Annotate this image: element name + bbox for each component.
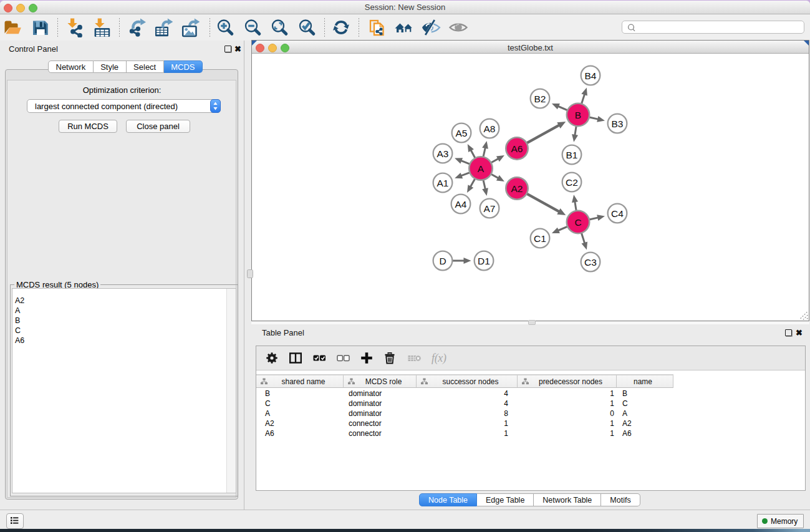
unselect-all-columns-icon[interactable] (335, 351, 350, 365)
mcds-result-group: MCDS result (5 nodes) A2ABCA6 (10, 284, 238, 496)
select-all-columns-icon[interactable] (312, 351, 327, 365)
save-session-icon[interactable] (30, 17, 50, 37)
mcds-result-item[interactable]: C (12, 326, 236, 336)
list-icon (7, 514, 22, 527)
mcds-result-list[interactable]: A2ABCA6 (12, 288, 236, 493)
graph-edge-A-A1[interactable] (461, 172, 471, 176)
graph-edge-B-B2[interactable] (557, 106, 568, 110)
frame-corner-right-icon[interactable] (804, 41, 809, 46)
delete-table-icon[interactable] (407, 351, 422, 365)
toolbar-separator (57, 18, 58, 37)
open-file-icon[interactable] (2, 17, 22, 37)
tab-network-table[interactable]: Network Table (534, 493, 601, 506)
show-column-icon[interactable] (288, 351, 303, 365)
function-builder-icon[interactable]: f(x) (432, 351, 446, 365)
table-cell: 1 (417, 428, 518, 438)
window-title: Session: New Session (0, 2, 810, 12)
show-all-networks-icon[interactable] (394, 17, 414, 37)
column-header-name[interactable]: name (617, 375, 673, 388)
column-header-shared-name[interactable]: shared name (256, 375, 344, 388)
memory-label: Memory (771, 517, 798, 526)
memory-button[interactable]: Memory (757, 514, 804, 528)
vertical-splitter-handle[interactable] (247, 269, 253, 278)
tab-edge-table[interactable]: Edge Table (477, 493, 534, 506)
tab-motifs[interactable]: Motifs (601, 493, 640, 506)
graph-edge-A-A8[interactable] (483, 147, 486, 158)
table-float-panel-icon[interactable] (785, 329, 792, 336)
graph-edge-B-B3[interactable] (589, 117, 599, 120)
import-table-icon[interactable] (93, 17, 113, 37)
resize-grip-icon[interactable] (799, 312, 808, 320)
graph-edge-A-A2[interactable] (491, 174, 499, 178)
hide-details-icon[interactable] (421, 17, 441, 37)
tab-style[interactable]: Style (94, 60, 127, 73)
column-type-icon (348, 378, 355, 385)
horizontal-splitter-handle[interactable] (528, 320, 536, 325)
show-details-icon[interactable] (448, 17, 468, 37)
column-header-successor-nodes[interactable]: successor nodes (417, 375, 518, 388)
mcds-result-item[interactable]: A (12, 306, 236, 316)
zoom-out-icon[interactable] (243, 17, 263, 37)
column-header-MCDS-role[interactable]: MCDS role (344, 375, 417, 388)
window-titlebar[interactable]: Session: New Session (0, 1, 810, 14)
import-network-icon[interactable] (65, 17, 85, 37)
dropdown-stepper-icon (210, 99, 221, 113)
graph-edge-A-A5[interactable] (471, 150, 476, 158)
graph-edge-A-A4[interactable] (470, 178, 475, 188)
toolbar-separator (324, 18, 325, 37)
column-header-predecessor-nodes[interactable]: predecessor nodes (518, 375, 617, 388)
network-window-titlebar[interactable]: testGlobe.txt (252, 41, 809, 54)
graph-edge-C-C2[interactable] (575, 201, 577, 211)
export-network-icon[interactable] (126, 17, 146, 37)
network-from-selection-icon[interactable] (367, 17, 387, 37)
graph-edge-A-A6[interactable] (491, 158, 499, 163)
close-panel-button[interactable]: Close panel (126, 120, 190, 133)
graph-edge-C-C1[interactable] (557, 226, 568, 231)
table-close-panel-icon[interactable]: ✖ (796, 329, 803, 337)
zoom-selected-icon[interactable] (297, 17, 317, 37)
table-row[interactable]: Cdominator41C (256, 399, 805, 409)
tab-select[interactable]: Select (127, 60, 164, 73)
graph-node-label: C3 (584, 257, 597, 268)
table-row[interactable]: A2connector11A2 (256, 418, 805, 428)
close-panel-icon[interactable]: ✖ (234, 45, 241, 53)
zoom-in-icon[interactable] (215, 17, 235, 37)
tab-mcds[interactable]: MCDS (164, 60, 203, 73)
create-column-icon[interactable] (359, 351, 374, 365)
graph-node-label: A8 (484, 123, 496, 134)
graph-edge-B-B4[interactable] (581, 94, 585, 104)
float-panel-icon[interactable] (224, 46, 231, 52)
graph-edge-C-C3[interactable] (581, 233, 585, 244)
graph-edge-B-B1[interactable] (575, 125, 577, 136)
table-cell: A6 (256, 428, 344, 438)
tab-node-table[interactable]: Node Table (419, 493, 477, 506)
graph-node-label: B3 (612, 118, 624, 129)
show-panels-list-button[interactable] (6, 513, 24, 529)
export-image-icon[interactable] (180, 17, 200, 37)
mcds-result-item[interactable]: A2 (12, 296, 236, 306)
tab-network[interactable]: Network (48, 60, 94, 73)
graph-edge-A2-C[interactable] (526, 193, 560, 212)
zoom-fit-icon[interactable] (269, 17, 289, 37)
network-graph-canvas[interactable]: B4B2BB3A5A8A6A3B1AC2A1A2A4A7C4CC1C3DD1 (253, 55, 808, 319)
table-options-icon[interactable] (264, 351, 279, 365)
mcds-result-item[interactable]: A6 (12, 336, 236, 346)
run-mcds-button[interactable]: Run MCDS (59, 120, 117, 133)
table-row[interactable]: Adominator80A (256, 409, 805, 418)
apply-layout-icon[interactable] (331, 17, 351, 37)
table-row[interactable]: Bdominator41B (256, 389, 805, 399)
graph-edge-A-A3[interactable] (460, 160, 470, 164)
frame-corner-left-icon[interactable] (252, 41, 257, 46)
search-input[interactable] (622, 21, 804, 34)
delete-columns-icon[interactable] (382, 351, 397, 365)
graph-edge-C-C4[interactable] (589, 218, 599, 220)
export-table-icon[interactable] (153, 17, 173, 37)
column-type-icon (261, 378, 268, 385)
graph-edge-A6-B[interactable] (526, 125, 560, 143)
table-row[interactable]: A6connector11A6 (256, 428, 805, 438)
graph-edge-A-A7[interactable] (483, 180, 486, 190)
column-header-label: MCDS role (355, 377, 416, 386)
criterion-dropdown[interactable]: largest connected component (directed) (27, 99, 221, 113)
mcds-result-item[interactable]: B (12, 316, 236, 326)
scrollbar-track[interactable] (226, 289, 236, 493)
